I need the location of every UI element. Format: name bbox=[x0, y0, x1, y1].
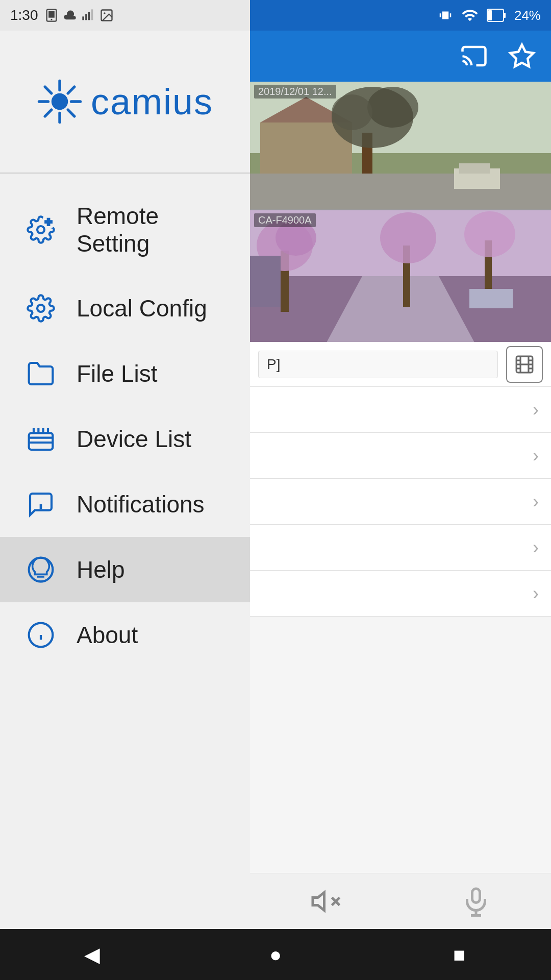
vibrate-icon bbox=[438, 8, 453, 23]
camera-feed-top: 2019/12/01 12... bbox=[250, 82, 551, 209]
menu-items-container: + Remote Setting Local Config File Li bbox=[0, 174, 250, 980]
recent-icon: ■ bbox=[453, 943, 465, 966]
status-time: 1:30 bbox=[10, 7, 38, 23]
home-button[interactable]: ● bbox=[255, 934, 296, 975]
back-icon: ◀ bbox=[84, 943, 100, 966]
help-icon bbox=[26, 555, 56, 584]
svg-rect-27 bbox=[29, 433, 53, 450]
about-icon bbox=[26, 621, 56, 649]
svg-rect-62 bbox=[469, 289, 513, 308]
file-list-label: File List bbox=[77, 360, 157, 387]
menu-item-about[interactable]: About bbox=[0, 602, 250, 668]
svg-rect-10 bbox=[504, 13, 506, 18]
volume-mute-button[interactable] bbox=[310, 886, 341, 917]
menu-item-help[interactable]: Help bbox=[0, 537, 250, 602]
help-label: Help bbox=[77, 556, 125, 583]
battery-icon bbox=[487, 9, 506, 22]
playback-bar: P] bbox=[250, 342, 551, 387]
right-content-area: 2019/12/01 12... bbox=[250, 82, 551, 980]
camera-scene-top: 2019/12/01 12... bbox=[250, 82, 551, 209]
camera-scene-bottom: CA-F4900A bbox=[250, 210, 551, 342]
microphone-icon bbox=[461, 886, 491, 917]
chevron-icon-1: › bbox=[533, 399, 539, 421]
svg-rect-50 bbox=[459, 163, 490, 174]
file-list-icon bbox=[26, 359, 56, 388]
svg-line-19 bbox=[45, 87, 52, 93]
device-list-icon bbox=[26, 425, 56, 453]
svg-marker-13 bbox=[511, 45, 534, 67]
top-action-bar bbox=[250, 31, 551, 82]
local-config-icon bbox=[26, 294, 56, 323]
device-list-item-5[interactable]: › bbox=[250, 571, 551, 617]
status-bar-right: 24% bbox=[250, 0, 551, 31]
menu-item-local-config[interactable]: Local Config bbox=[0, 276, 250, 341]
device-list-item-2[interactable]: › bbox=[250, 433, 551, 479]
svg-rect-1 bbox=[48, 11, 55, 18]
status-bar-left: 1:30 bbox=[0, 0, 250, 31]
navigation-drawer: camius + Remote Setting bbox=[0, 0, 250, 980]
svg-point-60 bbox=[464, 211, 515, 257]
svg-text:+: + bbox=[45, 215, 52, 229]
camius-logo-icon bbox=[37, 79, 83, 125]
signal-icon bbox=[81, 8, 95, 22]
cast-icon[interactable] bbox=[460, 42, 488, 70]
chevron-icon-4: › bbox=[533, 537, 539, 558]
svg-point-23 bbox=[37, 226, 44, 233]
svg-point-58 bbox=[380, 212, 436, 263]
bottom-control-bar bbox=[250, 873, 551, 929]
device-list-label: Device List bbox=[77, 425, 191, 453]
svg-rect-5 bbox=[88, 12, 90, 20]
device-list-item-4[interactable]: › bbox=[250, 525, 551, 571]
menu-item-device-list[interactable]: Device List bbox=[0, 406, 250, 472]
svg-rect-4 bbox=[85, 14, 87, 20]
playback-label: P] bbox=[258, 351, 498, 378]
logo-container: camius bbox=[37, 79, 213, 125]
wifi-icon bbox=[461, 7, 479, 24]
menu-item-notifications[interactable]: Notifications bbox=[0, 472, 250, 537]
svg-point-14 bbox=[52, 93, 68, 110]
menu-item-remote-setting[interactable]: + Remote Setting bbox=[0, 184, 250, 276]
home-icon: ● bbox=[269, 943, 282, 966]
camera-feed-bottom: CA-F4900A bbox=[250, 209, 551, 342]
device-list-item-3[interactable]: › bbox=[250, 479, 551, 525]
svg-rect-11 bbox=[488, 10, 492, 20]
svg-rect-3 bbox=[82, 16, 84, 20]
status-icons bbox=[44, 8, 114, 22]
remote-setting-icon: + bbox=[26, 215, 56, 244]
playback-icon[interactable] bbox=[506, 346, 543, 383]
volume-mute-icon bbox=[310, 886, 341, 917]
battery-percentage: 24% bbox=[514, 8, 541, 23]
chevron-icon-2: › bbox=[533, 445, 539, 467]
svg-line-22 bbox=[45, 110, 52, 116]
svg-point-47 bbox=[332, 94, 372, 130]
camera-bottom-timestamp: CA-F4900A bbox=[254, 213, 316, 227]
notifications-label: Notifications bbox=[77, 491, 205, 518]
svg-rect-61 bbox=[250, 256, 281, 307]
svg-rect-6 bbox=[91, 9, 93, 20]
drawer-header: camius bbox=[0, 31, 250, 174]
chevron-icon-3: › bbox=[533, 491, 539, 512]
svg-line-20 bbox=[68, 110, 74, 116]
recent-apps-button[interactable]: ■ bbox=[439, 934, 480, 975]
favorite-icon[interactable] bbox=[508, 42, 536, 70]
svg-point-26 bbox=[37, 305, 44, 312]
local-config-label: Local Config bbox=[77, 295, 207, 322]
phone-icon bbox=[44, 8, 59, 22]
device-list-item-1[interactable]: › bbox=[250, 387, 551, 433]
camera-top-timestamp: 2019/12/01 12... bbox=[254, 85, 336, 99]
svg-point-2 bbox=[51, 19, 52, 20]
menu-item-file-list[interactable]: File List bbox=[0, 341, 250, 406]
cloud-icon bbox=[63, 8, 77, 22]
svg-point-46 bbox=[367, 87, 418, 128]
device-list-section: › › › › › bbox=[250, 387, 551, 617]
svg-marker-71 bbox=[313, 892, 324, 910]
svg-point-8 bbox=[104, 12, 106, 14]
microphone-button[interactable] bbox=[461, 886, 491, 917]
notifications-icon bbox=[26, 490, 56, 519]
logo-text: camius bbox=[91, 81, 213, 122]
image-icon bbox=[99, 8, 114, 22]
svg-line-21 bbox=[68, 87, 74, 93]
film-icon bbox=[515, 355, 534, 374]
back-button[interactable]: ◀ bbox=[71, 934, 112, 975]
navigation-bar: ◀ ● ■ bbox=[0, 929, 551, 980]
